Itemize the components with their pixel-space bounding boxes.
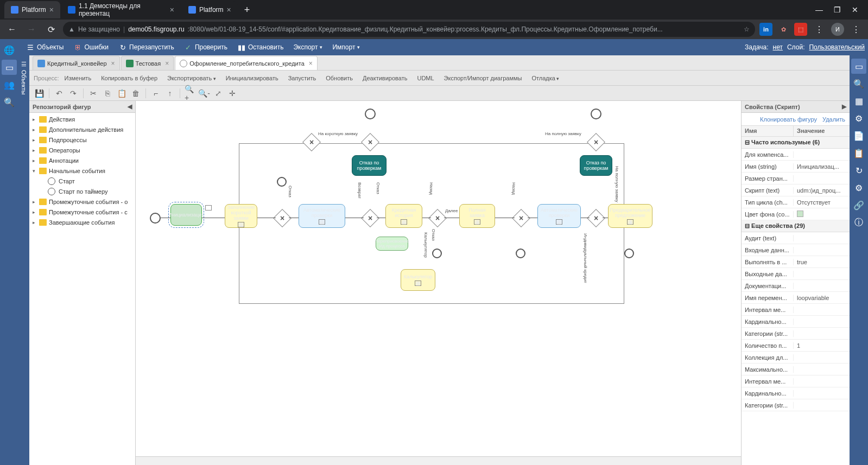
task-pre-offer[interactable]: Предварительное предложение ⊞ <box>608 204 652 228</box>
clipboard-icon[interactable]: 📋 <box>851 145 866 161</box>
property-row[interactable]: Выходные да... <box>742 268 850 280</box>
intermediate-event[interactable] <box>624 249 634 258</box>
tree-folder[interactable]: ▸Операторы <box>29 145 135 155</box>
property-row[interactable]: Интервал ме... <box>742 304 850 316</box>
reload-button[interactable]: ⟳ <box>43 22 59 37</box>
corner-icon[interactable]: ⌐ <box>150 88 161 99</box>
editor-tab-test[interactable]: Тестовая × <box>121 56 174 70</box>
globe-icon[interactable]: 🌐 <box>2 42 17 58</box>
property-row[interactable]: Имя (string)Инициализац... <box>742 161 850 173</box>
settings-icon[interactable]: ⚙ <box>851 180 866 195</box>
task-calculator[interactable]: Калькулятор ⊞ <box>401 269 435 291</box>
arrow-up-icon[interactable]: ↑ <box>164 88 175 99</box>
close-icon[interactable]: × <box>309 60 313 67</box>
layers-icon[interactable]: ▦ <box>851 93 866 109</box>
objects-sidebar-handle[interactable]: ☰ Объекты <box>18 55 29 465</box>
task-reject[interactable]: Отказ по проверкам <box>352 155 387 176</box>
zoom-out-icon[interactable]: 🔍- <box>199 88 210 99</box>
close-icon[interactable]: × <box>165 60 169 67</box>
maximize-button[interactable]: ❐ <box>834 5 841 14</box>
info-icon[interactable]: ⓘ <box>851 215 866 230</box>
props-group-common[interactable]: ⊟ Часто использумые (6) <box>742 137 850 149</box>
filter-icon[interactable]: ⚙ <box>851 111 866 126</box>
delete-icon[interactable]: 🗑 <box>130 88 141 99</box>
search-icon[interactable]: 🔍 <box>2 94 17 110</box>
property-row[interactable]: Кардинально... <box>742 387 850 399</box>
props-group-more[interactable]: ⊟ Еще свойства (29) <box>742 220 850 232</box>
objects-button[interactable]: ☰Объекты <box>22 41 68 54</box>
task-credit-history[interactable]: Кредитная история ⊞ <box>385 204 422 228</box>
paste-icon[interactable]: 📋 <box>116 88 127 99</box>
property-row[interactable]: Кардинально... <box>742 316 850 328</box>
save-icon[interactable]: 💾 <box>34 88 45 99</box>
export-menu[interactable]: Экспортировать <box>163 73 220 84</box>
ext-icon[interactable]: ⬚ <box>794 23 807 36</box>
import-button[interactable]: Импорт ▾ <box>328 41 364 53</box>
property-row[interactable]: Категории (str... <box>742 328 850 340</box>
zoom-in-icon[interactable]: 🔍+ <box>185 88 195 99</box>
task-reject-2[interactable]: Отказ по проверкам <box>580 155 612 176</box>
property-row[interactable]: Для компенса... <box>742 149 850 161</box>
refresh-button[interactable]: Обновить <box>321 73 357 84</box>
export-button[interactable]: Экспорт ▾ <box>289 41 327 53</box>
property-row[interactable]: Категории (str... <box>742 399 850 411</box>
tree-folder[interactable]: ▸Аннотации <box>29 155 135 165</box>
tree-folder[interactable]: ▸Дополнительные действия <box>29 124 135 135</box>
window-icon[interactable]: ▭ <box>851 59 866 74</box>
tree-shape-start[interactable]: Старт <box>29 176 135 186</box>
browser-tab-3[interactable]: Platform × <box>182 1 238 18</box>
address-bar[interactable]: ▲ Не защищено | demo05.fisgroup.ru :8080… <box>63 22 755 37</box>
property-row[interactable]: Входные данн... <box>742 244 850 256</box>
property-row[interactable]: Скрипт (text)udm:(ид_проц... <box>742 184 850 196</box>
undo-icon[interactable]: ↶ <box>54 88 65 99</box>
canvas-scrollbar[interactable] <box>136 456 741 465</box>
search-icon[interactable]: 🔍 <box>851 76 866 91</box>
stop-button[interactable]: ▮▮Остановить <box>233 41 288 54</box>
clone-shape-button[interactable]: Клонировать фигуру <box>760 116 817 123</box>
property-row[interactable]: Размер стран... <box>742 173 850 184</box>
check-button[interactable]: ✓Проверить <box>180 41 232 54</box>
intermediate-event[interactable] <box>432 249 442 258</box>
new-tab-button[interactable]: + <box>239 4 256 16</box>
task-short-app[interactable]: Заполнение короткой заявки ⊞ <box>225 204 257 228</box>
property-row[interactable]: Цвет фона (co... <box>742 208 850 220</box>
intermediate-event[interactable] <box>516 249 525 258</box>
intermediate-event[interactable] <box>277 177 287 187</box>
editor-tab-conveyor[interactable]: Кредитный_конвейер × <box>33 56 120 70</box>
property-row[interactable]: Интервал ме... <box>742 375 850 387</box>
minimize-button[interactable]: — <box>815 5 823 14</box>
browser-tab-1[interactable]: Platform × <box>4 1 60 18</box>
property-row[interactable]: Максимально... <box>742 364 850 375</box>
forward-button[interactable]: → <box>24 22 39 37</box>
property-row[interactable]: Документаци... <box>742 280 850 292</box>
run-button[interactable]: Запустить <box>284 73 321 84</box>
tree-folder-expanded[interactable]: ▾Начальные события <box>29 165 135 176</box>
users-icon[interactable]: 👥 <box>2 77 17 92</box>
copy-button[interactable]: Копировать в буфер <box>97 73 162 84</box>
end-event[interactable] <box>365 109 376 119</box>
tab-close-icon[interactable]: × <box>227 5 231 14</box>
diagram-io-button[interactable]: Экспорт/Импорт диаграммы <box>440 73 527 84</box>
task-auto-checks-2[interactable]: Автоматические проверки ⊞ <box>537 204 581 228</box>
tree-folder[interactable]: ▸Промежуточные события - о <box>29 196 135 207</box>
linkedin-ext-icon[interactable]: in <box>759 23 772 36</box>
initialize-button[interactable]: Инициализировать <box>221 73 283 84</box>
start-event[interactable] <box>150 213 161 224</box>
menu-button[interactable]: ⋮ <box>812 22 827 37</box>
cut-icon[interactable]: ✂ <box>88 88 99 99</box>
deactivate-button[interactable]: Деактивировать <box>358 73 411 84</box>
tree-shape-timer[interactable]: Старт по таймеру <box>29 186 135 196</box>
udml-button[interactable]: UDML <box>413 73 438 84</box>
property-row[interactable]: Аудит (text) <box>742 232 850 244</box>
end-event[interactable] <box>591 109 601 119</box>
task-init[interactable]: Инициализация <box>170 204 202 226</box>
task-reassign[interactable]: Переприсвоение Ид процесса <box>376 237 408 251</box>
document-icon[interactable]: 📄 <box>851 128 866 143</box>
expand-icon[interactable]: ▶ <box>842 103 846 110</box>
property-row[interactable]: Тип цикла (ch...Отсутствует <box>742 196 850 208</box>
task-full-app[interactable]: Полная заявка ⊞ <box>459 204 495 228</box>
tree-folder[interactable]: ▸Завершающие события <box>29 217 135 227</box>
tree-folder[interactable]: ▸Промежуточные события - с <box>29 207 135 217</box>
editor-tab-process[interactable]: Оформление_потребительского_кредита × <box>175 56 318 70</box>
close-icon[interactable]: × <box>111 60 115 67</box>
